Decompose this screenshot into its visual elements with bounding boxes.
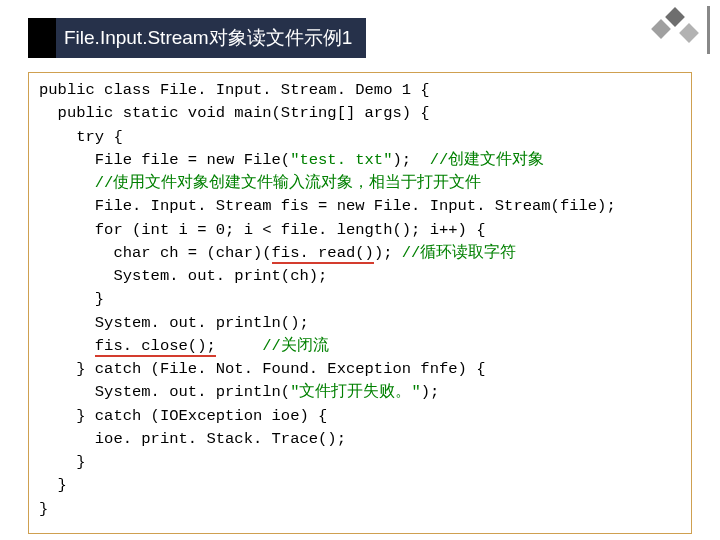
code-line: for (int i = 0; i < file. length(); i++)… — [39, 221, 485, 239]
code-line: } — [39, 453, 86, 471]
code-line: System. out. println(); — [39, 314, 309, 332]
code-line: File file = new File( — [39, 151, 290, 169]
underlined-call: fis. close(); — [95, 337, 216, 357]
title-bar: File.Input.Stream对象读文件示例1 — [28, 18, 692, 58]
code-line: public static void main(String[] args) { — [39, 104, 430, 122]
code-line: try { — [39, 128, 123, 146]
title-block — [28, 18, 56, 58]
code-text — [216, 337, 263, 355]
code-line: public class File. Input. Stream. Demo 1… — [39, 81, 430, 99]
comment: //使用文件对象创建文件输入流对象，相当于打开文件 — [39, 174, 481, 192]
code-line: } — [39, 290, 104, 308]
comment: //循环读取字符 — [402, 244, 517, 262]
string-literal: "文件打开失败。" — [290, 383, 421, 401]
code-line: } — [39, 476, 67, 494]
code-line: char ch = (char)( — [39, 244, 272, 262]
code-line: ioe. print. Stack. Trace(); — [39, 430, 346, 448]
code-line: System. out. print(ch); — [39, 267, 327, 285]
code-line: File. Input. Stream fis = new File. Inpu… — [39, 197, 616, 215]
code-line: } catch (File. Not. Found. Exception fnf… — [39, 360, 485, 378]
code-text — [39, 337, 95, 355]
code-line: } catch (IOException ioe) { — [39, 407, 327, 425]
code-text: System. out. println( — [39, 383, 290, 401]
string-literal: "test. txt" — [290, 151, 392, 169]
code-text: ); — [374, 244, 402, 262]
comment: //关闭流 — [262, 337, 329, 355]
slide-title: File.Input.Stream对象读文件示例1 — [56, 18, 366, 58]
underlined-call: fis. read() — [272, 244, 374, 264]
comment: //创建文件对象 — [430, 151, 545, 169]
code-text: ); — [392, 151, 429, 169]
code-line: } — [39, 500, 48, 518]
code-text: ); — [421, 383, 440, 401]
code-listing: public class File. Input. Stream. Demo 1… — [28, 72, 692, 534]
corner-decoration — [650, 6, 710, 46]
